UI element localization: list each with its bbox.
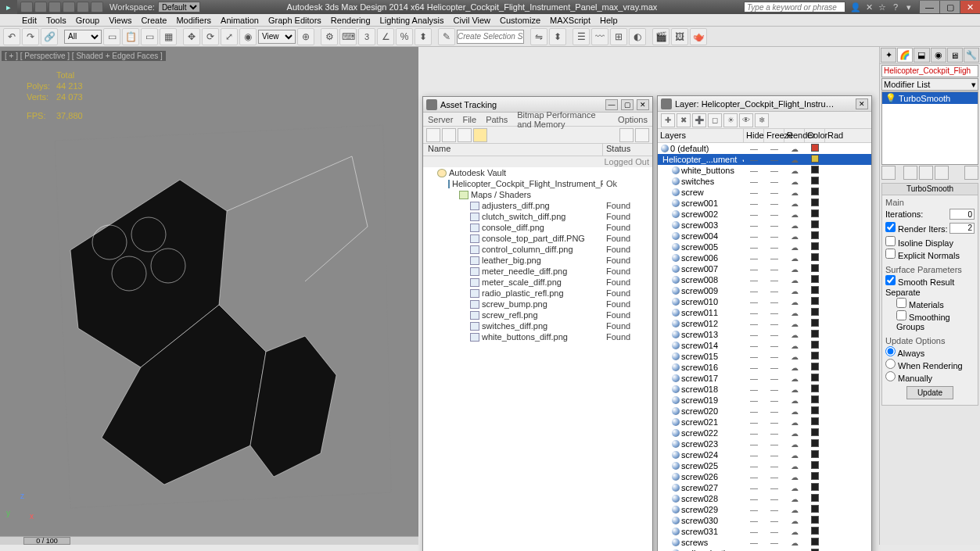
- undo-icon[interactable]: ↶: [3, 28, 20, 45]
- perspective-viewport[interactable]: [ + ] [ Perspective ] [ Shaded + Edged F…: [0, 47, 418, 537]
- layer-render-toggle[interactable]: ☁: [784, 528, 805, 536]
- snap-toggle-icon[interactable]: 3: [358, 28, 375, 45]
- color-swatch[interactable]: [811, 275, 819, 283]
- motion-tab-icon[interactable]: ◉: [931, 48, 946, 63]
- layer-hide-toggle[interactable]: —: [744, 232, 764, 241]
- col-hide[interactable]: Hide: [744, 129, 764, 142]
- smooth-result-checkbox[interactable]: Smooth Result: [885, 275, 975, 287]
- layer-hide-toggle[interactable]: —: [744, 342, 764, 350]
- move-icon[interactable]: ✥: [183, 28, 200, 45]
- layer-hide-toggle[interactable]: —: [744, 506, 764, 514]
- layer-freeze-toggle[interactable]: —: [764, 265, 784, 274]
- layer-freeze-toggle[interactable]: —: [764, 374, 784, 383]
- scale-icon[interactable]: ⤢: [221, 28, 238, 45]
- asset-list-icon[interactable]: [458, 128, 472, 142]
- layer-freeze-toggle[interactable]: —: [764, 473, 784, 481]
- align-icon[interactable]: ⬍: [549, 28, 566, 45]
- layer-hide-toggle[interactable]: —: [744, 177, 764, 186]
- asset-menu-paths[interactable]: Paths: [481, 115, 512, 124]
- asset-tree-icon[interactable]: [442, 128, 456, 142]
- render-iters-checkbox[interactable]: Render Iters:: [885, 222, 948, 234]
- layer-render-toggle[interactable]: ☁: [784, 265, 805, 274]
- layer-render-toggle[interactable]: ☁: [784, 145, 805, 153]
- layer-render-toggle[interactable]: ☁: [784, 374, 805, 383]
- help-icon[interactable]: ?: [890, 2, 901, 13]
- panel-minimize-button[interactable]: —: [605, 99, 618, 110]
- signin-icon[interactable]: 👤: [850, 2, 861, 13]
- layer-hide-toggle[interactable]: —: [744, 254, 764, 263]
- color-swatch[interactable]: [811, 330, 819, 338]
- layer-freeze-toggle[interactable]: —: [764, 156, 784, 164]
- layer-render-toggle[interactable]: ☁: [784, 320, 805, 328]
- delete-layer-icon[interactable]: ✖: [677, 113, 691, 127]
- layer-hide-toggle[interactable]: —: [744, 243, 764, 252]
- layer-hide-toggle[interactable]: —: [744, 484, 764, 492]
- layer-freeze-toggle[interactable]: —: [764, 145, 784, 153]
- layer-row[interactable]: screw013——☁: [658, 329, 871, 340]
- layer-columns-header[interactable]: Layers Hide Freeze Render Color Rad: [658, 129, 871, 143]
- color-swatch[interactable]: [811, 308, 819, 316]
- color-swatch[interactable]: [811, 538, 819, 546]
- layer-row[interactable]: radio_plastic——☁: [658, 548, 871, 551]
- menu-edit[interactable]: Edit: [17, 16, 41, 25]
- color-swatch[interactable]: [811, 319, 819, 327]
- menu-views[interactable]: Views: [104, 16, 136, 25]
- layer-render-toggle[interactable]: ☁: [784, 210, 805, 219]
- color-swatch[interactable]: [811, 439, 819, 447]
- layer-row[interactable]: screw021——☁: [658, 417, 871, 428]
- highlight-layer-icon[interactable]: ☀: [723, 113, 738, 127]
- layer-row[interactable]: screw026——☁: [658, 471, 871, 482]
- hierarchy-tab-icon[interactable]: ⬓: [914, 48, 929, 63]
- isoline-checkbox[interactable]: Isoline Display: [885, 236, 975, 248]
- layer-freeze-toggle[interactable]: —: [764, 429, 784, 438]
- layer-render-toggle[interactable]: ☁: [784, 352, 805, 361]
- color-swatch[interactable]: [811, 461, 819, 469]
- layer-freeze-toggle[interactable]: —: [764, 363, 784, 372]
- layer-freeze-toggle[interactable]: —: [764, 396, 784, 405]
- new-layer-icon[interactable]: ✚: [661, 113, 675, 127]
- color-swatch[interactable]: [811, 516, 819, 524]
- layer-row[interactable]: screw020——☁: [658, 406, 871, 417]
- add-to-layer-icon[interactable]: ➕: [692, 113, 706, 127]
- layer-hide-toggle[interactable]: —: [744, 374, 764, 383]
- color-swatch[interactable]: [811, 428, 819, 436]
- asset-columns-header[interactable]: Name Status: [423, 144, 652, 156]
- materials-checkbox[interactable]: Materials: [885, 298, 975, 309]
- layer-freeze-toggle[interactable]: —: [764, 331, 784, 339]
- asset-row[interactable]: screw_bump.pngFound: [423, 299, 652, 309]
- asset-row[interactable]: switches_diff.pngFound: [423, 320, 652, 331]
- menu-lighting-analysis[interactable]: Lighting Analysis: [375, 16, 449, 25]
- layer-row[interactable]: screw025——☁: [658, 460, 871, 471]
- layer-freeze-toggle[interactable]: —: [764, 528, 784, 536]
- layer-row[interactable]: screw016——☁: [658, 362, 871, 373]
- layer-freeze-toggle[interactable]: —: [764, 276, 784, 284]
- layer-render-toggle[interactable]: ☁: [784, 287, 805, 295]
- asset-col-name[interactable]: Name: [423, 144, 603, 156]
- color-swatch[interactable]: [811, 253, 819, 261]
- layer-freeze-toggle[interactable]: —: [764, 385, 784, 394]
- object-name-field[interactable]: Helicopter_Cockpit_Fligh: [881, 65, 978, 77]
- bulb-icon[interactable]: 💡: [885, 93, 896, 103]
- layer-render-toggle[interactable]: ☁: [784, 440, 805, 449]
- remove-modifier-icon[interactable]: [935, 166, 949, 180]
- layer-freeze-toggle[interactable]: —: [764, 309, 784, 317]
- layer-freeze-toggle[interactable]: —: [764, 506, 784, 514]
- layer-render-toggle[interactable]: ☁: [784, 473, 805, 481]
- color-swatch[interactable]: [811, 188, 819, 195]
- layer-render-toggle[interactable]: ☁: [784, 298, 805, 306]
- layer-freeze-toggle[interactable]: —: [764, 495, 784, 503]
- when-rendering-radio[interactable]: When Rendering: [885, 359, 975, 370]
- layer-row[interactable]: Helicopter_...ument✓——☁: [658, 154, 871, 165]
- layer-render-toggle[interactable]: ☁: [784, 517, 805, 525]
- layer-hide-toggle[interactable]: —: [744, 298, 764, 306]
- asset-row[interactable]: meter_needle_diff.pngFound: [423, 266, 652, 277]
- layer-render-toggle[interactable]: ☁: [784, 385, 805, 394]
- asset-row[interactable]: console_top_part_diff.PNGFound: [423, 233, 652, 244]
- layer-freeze-toggle[interactable]: —: [764, 177, 784, 186]
- asset-status-icon[interactable]: [619, 128, 634, 142]
- qat-redo-icon[interactable]: [77, 2, 89, 13]
- select-region-rect-icon[interactable]: ▭: [141, 28, 158, 45]
- layer-row[interactable]: screw009——☁: [658, 285, 871, 296]
- layer-render-toggle[interactable]: ☁: [784, 309, 805, 317]
- layer-freeze-toggle[interactable]: —: [764, 440, 784, 449]
